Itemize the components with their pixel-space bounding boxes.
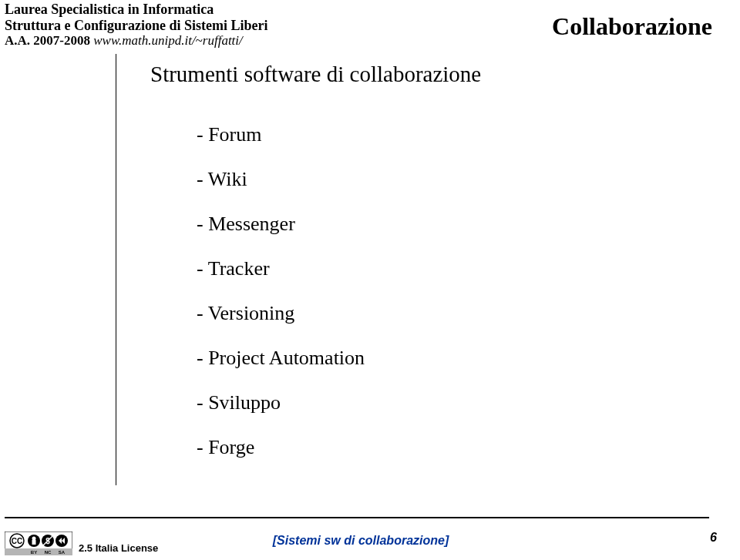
list-item: - Project Automation (197, 347, 365, 370)
footer-divider (5, 517, 709, 518)
list-item: - Wiki (197, 168, 365, 191)
header-year-url: A.A. 2007-2008 www.math.unipd.it/~ruffat… (5, 33, 267, 49)
list-item: - Messenger (197, 213, 365, 236)
cc-license-icon: CC BY $ NC SA (5, 531, 72, 555)
list-item: - Versioning (197, 302, 365, 325)
svg-text:SA: SA (59, 550, 66, 555)
svg-text:BY: BY (31, 550, 37, 555)
svg-text:NC: NC (45, 550, 52, 555)
vertical-divider (116, 54, 116, 485)
svg-point-5 (32, 537, 36, 541)
header-url: www.math.unipd.it/~ruffatti/ (90, 33, 243, 48)
slide-subtitle: Strumenti software di collaborazione (150, 62, 481, 87)
header-left: Laurea Specialistica in Informatica Stru… (5, 2, 267, 49)
footer-center-text: [Sistemi sw di collaborazione] (273, 534, 449, 548)
svg-text:CC: CC (12, 537, 22, 545)
slide-footer: CC BY $ NC SA 2.5 Italia License [Sistem… (5, 531, 717, 555)
list-item: - Tracker (197, 257, 365, 280)
svg-rect-6 (32, 540, 36, 545)
slide-header: Laurea Specialistica in Informatica Stru… (5, 2, 735, 49)
footer-license-text: 2.5 Italia License (79, 542, 158, 554)
header-course: Struttura e Configurazione di Sistemi Li… (5, 18, 267, 34)
header-year: A.A. 2007-2008 (5, 33, 90, 48)
page-number: 6 (710, 531, 717, 545)
list-item: - Sviluppo (197, 391, 365, 414)
list-item: - Forum (197, 123, 365, 146)
slide-title: Collaborazione (552, 12, 712, 41)
content-list: - Forum - Wiki - Messenger - Tracker - V… (197, 123, 365, 481)
header-program: Laurea Specialistica in Informatica (5, 2, 267, 18)
list-item: - Forge (197, 436, 365, 459)
